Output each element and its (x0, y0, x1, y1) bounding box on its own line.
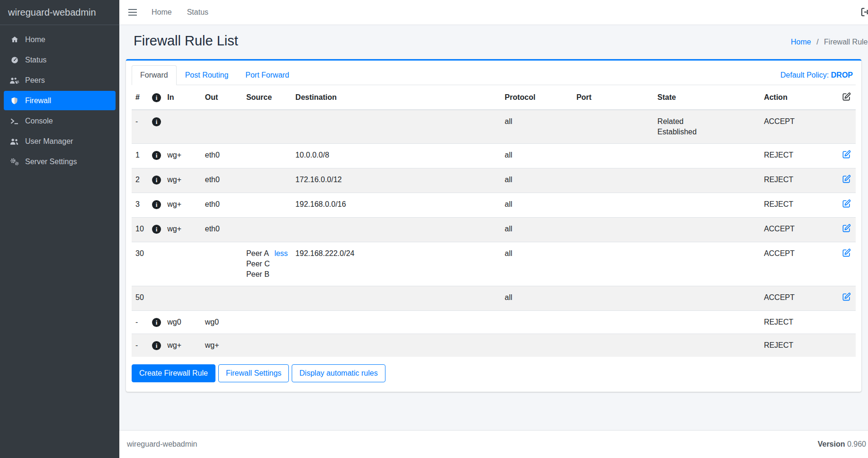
rule-action: REJECT (760, 168, 838, 193)
firewall-rule-table: # i In Out Source Destination Protocol P… (132, 85, 856, 357)
rule-state (653, 193, 760, 218)
sidebar-item-label: User Manager (25, 137, 73, 146)
sign-out-icon[interactable] (861, 8, 868, 18)
rule-out: eth0 (201, 218, 242, 242)
rule-port (573, 168, 653, 193)
rule-out (201, 242, 242, 286)
rule-source-cell (242, 144, 292, 168)
rule-in: wg+ (163, 193, 201, 218)
rule-state (653, 286, 760, 311)
rule-info-cell: i (148, 334, 163, 357)
edit-rule-button[interactable] (842, 199, 851, 208)
sidebar-item-home[interactable]: Home (4, 30, 116, 49)
create-firewall-rule-button[interactable]: Create Firewall Rule (132, 364, 215, 382)
column-header-info: i (148, 85, 163, 110)
edit-rule-button[interactable] (842, 224, 851, 233)
info-circle-icon[interactable]: i (152, 151, 161, 160)
column-header-in: In (163, 85, 201, 110)
rule-info-cell: i (148, 144, 163, 168)
breadcrumb-current: Firewall Rule List (824, 38, 868, 46)
rule-state (653, 311, 760, 334)
sidebar-nav: HomeStatusPeersFirewallConsoleUser Manag… (0, 25, 119, 172)
edit-icon[interactable] (842, 92, 851, 101)
firewall-rule-row: 30Peer APeer CPeer Bless192.168.222.0/24… (132, 242, 856, 286)
rule-destination (292, 218, 501, 242)
tab-forward-link[interactable]: Forward (132, 65, 177, 85)
display-automatic-rules-button[interactable]: Display automatic rules (292, 364, 385, 382)
rule-number: - (132, 334, 148, 357)
rule-port (573, 334, 653, 357)
rule-action: ACCEPT (760, 110, 838, 144)
rule-source: Peer APeer CPeer B (246, 248, 270, 280)
default-policy-label: Default Policy: (780, 71, 829, 79)
action-buttons: Create Firewall Rule Firewall Settings D… (132, 364, 856, 382)
sidebar-item-peers[interactable]: Peers (4, 70, 116, 90)
menu-toggle-icon[interactable] (128, 9, 137, 16)
less-link[interactable]: less (274, 248, 287, 259)
firewall-settings-button[interactable]: Firewall Settings (218, 364, 289, 382)
sidebar-item-status[interactable]: Status (4, 50, 116, 70)
navbar-link-status[interactable]: Status (179, 8, 216, 17)
breadcrumb-separator: / (816, 38, 818, 46)
sidebar-item-console[interactable]: Console (4, 111, 116, 131)
rule-state: RelatedEstablished (653, 110, 760, 144)
rule-action: REJECT (760, 144, 838, 168)
column-header-num: # (132, 85, 148, 110)
rule-source-cell (242, 218, 292, 242)
tab-port-forward-link[interactable]: Port Forward (237, 65, 297, 85)
rule-number: 30 (132, 242, 148, 286)
rule-port (573, 218, 653, 242)
rule-source-cell (242, 193, 292, 218)
info-circle-icon[interactable]: i (152, 225, 161, 234)
info-circle-icon[interactable]: i (152, 200, 161, 209)
edit-rule-button[interactable] (842, 150, 851, 159)
firewall-rule-row: -iallRelatedEstablishedACCEPT (132, 110, 856, 144)
info-circle-icon[interactable]: i (152, 117, 161, 126)
rule-destination: 172.16.0.0/12 (292, 168, 501, 193)
sidebar-item-label: Console (25, 117, 53, 125)
tab-post-routing-link[interactable]: Post Routing (177, 65, 237, 85)
edit-rule-button[interactable] (842, 248, 851, 257)
info-circle-icon[interactable]: i (152, 176, 161, 185)
rule-protocol: all (501, 193, 573, 218)
navbar-link-home[interactable]: Home (144, 8, 179, 17)
brand-link[interactable]: wireguard-webadmin (0, 0, 119, 25)
rule-destination (292, 286, 501, 311)
top-navbar: Home Status (119, 0, 868, 25)
rule-out: eth0 (201, 144, 242, 168)
default-policy-link[interactable]: Default Policy: DROP (780, 71, 856, 79)
shield-icon (8, 97, 21, 105)
rule-state (653, 334, 760, 357)
rule-edit-cell (838, 334, 856, 357)
rule-info-cell (148, 242, 163, 286)
info-circle-icon[interactable]: i (152, 341, 161, 350)
edit-rule-button[interactable] (842, 175, 851, 184)
sidebar-item-server-settings[interactable]: Server Settings (4, 152, 116, 171)
rule-info-cell: i (148, 311, 163, 334)
rule-edit-cell (838, 218, 856, 242)
rule-destination: 192.168.222.0/24 (292, 242, 501, 286)
info-circle-icon: i (152, 93, 161, 102)
rule-edit-cell (838, 311, 856, 334)
breadcrumb: Home / Firewall Rule List (791, 38, 868, 46)
rule-number: - (132, 311, 148, 334)
info-circle-icon[interactable]: i (152, 318, 161, 327)
rule-protocol: all (501, 218, 573, 242)
sidebar-item-user-manager[interactable]: User Manager (4, 132, 116, 151)
rule-protocol: all (501, 110, 573, 144)
sidebar-item-firewall[interactable]: Firewall (4, 91, 116, 110)
rule-edit-cell (838, 110, 856, 144)
rule-edit-cell (838, 286, 856, 311)
content-area: ForwardPost RoutingPort Forward Default … (119, 59, 868, 430)
rule-port (573, 311, 653, 334)
breadcrumb-home-link[interactable]: Home (791, 38, 811, 46)
rule-protocol: all (501, 144, 573, 168)
rule-action: ACCEPT (760, 218, 838, 242)
firewall-rule-row: 1iwg+eth010.0.0.0/8allREJECT (132, 144, 856, 168)
footer: wireguard-webadmin Version 0.960 (119, 430, 868, 458)
edit-rule-button[interactable] (842, 292, 851, 301)
default-policy-value: DROP (831, 71, 853, 79)
rule-number: 2 (132, 168, 148, 193)
rule-protocol: all (501, 242, 573, 286)
firewall-rule-row: 2iwg+eth0172.16.0.0/12allREJECT (132, 168, 856, 193)
